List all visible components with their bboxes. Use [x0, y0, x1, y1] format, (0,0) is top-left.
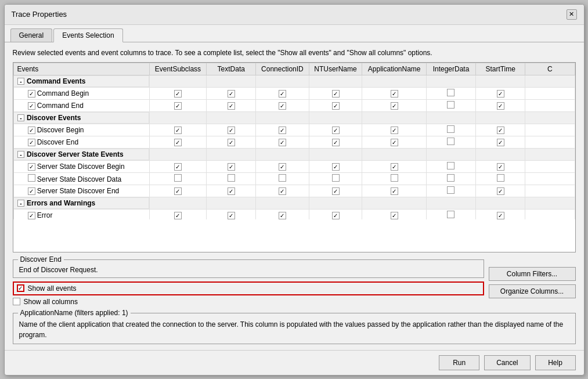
col-header-events: Events	[13, 63, 149, 75]
expand-icon[interactable]: -	[17, 78, 24, 85]
cell-checkbox[interactable]	[447, 89, 454, 96]
cell-checkbox[interactable]	[391, 174, 398, 182]
cell-checkbox[interactable]	[228, 90, 235, 98]
cell-checkbox[interactable]	[279, 139, 286, 146]
cell-checkbox[interactable]	[279, 163, 286, 171]
table-row: Server State Discover Begin	[13, 161, 575, 173]
show-all-columns-label: Show all columns	[24, 298, 78, 306]
cell-checkbox[interactable]	[174, 187, 182, 195]
footer: Run Cancel Help	[5, 350, 584, 375]
cell-checkbox[interactable]	[174, 127, 182, 134]
table-group-row: -Errors and Warnings	[13, 197, 575, 210]
table-wrapper[interactable]: Events EventSubclass TextData Connection…	[13, 63, 575, 219]
cell-checkbox[interactable]	[447, 211, 454, 218]
col-header-eventsubclass: EventSubclass	[149, 63, 206, 75]
row-checkbox[interactable]	[28, 163, 35, 171]
cell-checkbox[interactable]	[174, 90, 182, 98]
expand-icon[interactable]: -	[17, 151, 24, 158]
cell-checkbox[interactable]	[332, 102, 340, 110]
cell-checkbox[interactable]	[332, 127, 340, 134]
cell-checkbox[interactable]	[391, 102, 398, 110]
row-checkbox[interactable]	[28, 174, 35, 182]
cell-checkbox[interactable]	[497, 139, 504, 146]
show-all-events-label: Show all events	[28, 284, 77, 293]
bottom-section: Discover End End of Discover Request. Sh…	[13, 259, 576, 306]
cell-checkbox[interactable]	[391, 163, 398, 171]
cell-checkbox[interactable]	[497, 127, 504, 134]
cell-checkbox[interactable]	[174, 174, 182, 182]
table-row: Discover Begin	[13, 124, 575, 136]
right-action-buttons: Column Filters... Organize Columns...	[489, 259, 576, 306]
table-group-row: -Command Events	[13, 75, 575, 88]
cancel-button[interactable]: Cancel	[484, 355, 530, 370]
show-all-events-row[interactable]: Show all events	[13, 281, 484, 295]
cell-checkbox[interactable]	[279, 102, 286, 110]
tab-events-selection[interactable]: Events Selection	[53, 28, 122, 42]
cell-checkbox[interactable]	[447, 125, 454, 133]
close-button[interactable]: ✕	[567, 9, 577, 20]
cell-checkbox[interactable]	[447, 138, 454, 145]
row-checkbox[interactable]	[28, 127, 35, 134]
cell-checkbox[interactable]	[279, 174, 286, 182]
table-row: Command Begin	[13, 88, 575, 100]
cell-checkbox[interactable]	[279, 212, 286, 219]
cell-checkbox[interactable]	[447, 162, 454, 169]
cell-checkbox[interactable]	[228, 212, 235, 219]
cell-checkbox[interactable]	[497, 174, 504, 182]
help-button[interactable]: Help	[535, 355, 576, 370]
cell-checkbox[interactable]	[391, 90, 398, 98]
cell-checkbox[interactable]	[174, 163, 182, 171]
title-bar: Trace Properties ✕	[5, 5, 584, 25]
tab-general[interactable]: General	[10, 28, 53, 42]
cell-checkbox[interactable]	[332, 174, 340, 182]
cell-checkbox[interactable]	[228, 163, 235, 171]
cell-checkbox[interactable]	[279, 90, 286, 98]
cell-checkbox[interactable]	[391, 127, 398, 134]
cell-checkbox[interactable]	[447, 101, 454, 109]
cell-checkbox[interactable]	[391, 187, 398, 195]
cell-checkbox[interactable]	[497, 187, 504, 195]
cell-checkbox[interactable]	[332, 163, 340, 171]
cell-checkbox[interactable]	[279, 127, 286, 134]
cell-checkbox[interactable]	[447, 174, 454, 182]
cell-checkbox[interactable]	[391, 212, 398, 219]
cell-checkbox[interactable]	[174, 212, 182, 219]
cell-checkbox[interactable]	[228, 187, 235, 195]
events-table-container: Events EventSubclass TextData Connection…	[13, 62, 576, 252]
cell-checkbox[interactable]	[228, 127, 235, 134]
cell-checkbox[interactable]	[174, 139, 182, 146]
cell-checkbox[interactable]	[391, 139, 398, 146]
cell-checkbox[interactable]	[228, 102, 235, 110]
cell-checkbox[interactable]	[497, 163, 504, 171]
show-all-columns-row[interactable]: Show all columns	[13, 298, 484, 306]
cell-checkbox[interactable]	[279, 187, 286, 195]
cell-checkbox[interactable]	[332, 212, 340, 219]
show-all-events-checkbox[interactable]	[17, 284, 24, 292]
row-checkbox[interactable]	[28, 102, 35, 110]
content-area: Review selected events and event columns…	[5, 42, 584, 350]
cell-checkbox[interactable]	[174, 102, 182, 110]
row-checkbox[interactable]	[28, 139, 35, 146]
row-checkbox[interactable]	[28, 187, 35, 195]
organize-columns-button[interactable]: Organize Columns...	[489, 284, 576, 298]
show-options: Show all events Show all columns	[13, 281, 484, 306]
cell-checkbox[interactable]	[332, 90, 340, 98]
cell-checkbox[interactable]	[228, 139, 235, 146]
row-checkbox[interactable]	[28, 212, 35, 219]
app-name-description: Name of the client application that crea…	[19, 319, 569, 340]
cell-checkbox[interactable]	[497, 90, 504, 98]
cell-checkbox[interactable]	[497, 212, 504, 219]
table-row: Server State Discover End	[13, 185, 575, 197]
row-checkbox[interactable]	[28, 90, 35, 98]
expand-icon[interactable]: -	[17, 114, 24, 121]
show-all-columns-checkbox[interactable]	[13, 298, 20, 305]
cell-checkbox[interactable]	[228, 174, 235, 182]
cell-checkbox[interactable]	[447, 186, 454, 194]
cell-checkbox[interactable]	[332, 187, 340, 195]
cell-checkbox[interactable]	[332, 139, 340, 146]
run-button[interactable]: Run	[439, 355, 479, 370]
column-filters-button[interactable]: Column Filters...	[489, 267, 576, 281]
cell-checkbox[interactable]	[497, 102, 504, 110]
expand-icon[interactable]: -	[17, 200, 24, 207]
discover-end-legend: Discover End	[18, 255, 64, 264]
